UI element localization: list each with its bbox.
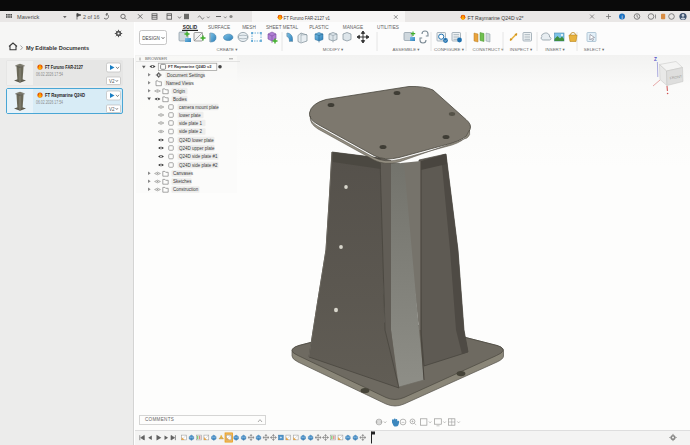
svg-text:camera mount plate: camera mount plate [179,105,219,110]
svg-text:V2: V2 [109,107,115,112]
svg-text:2 of 16: 2 of 16 [83,14,100,20]
svg-text:Construction: Construction [173,187,199,192]
svg-text:FT Raymarine Q24D v2*: FT Raymarine Q24D v2* [468,15,525,21]
svg-text:V2: V2 [109,79,115,84]
svg-text:FT Furuno FAR-2127: FT Furuno FAR-2127 [45,64,83,70]
svg-text:FT Raymarine Q24D: FT Raymarine Q24D [45,92,85,98]
svg-text:Bodies: Bodies [173,97,188,102]
svg-text:Maverick: Maverick [17,14,40,20]
svg-text:BROWSER: BROWSER [145,56,167,61]
svg-text:side plate 2: side plate 2 [179,129,203,134]
svg-text:06.02.2026 17:54: 06.02.2026 17:54 [36,100,63,105]
svg-text:FT Furuno FAR-2127 v1: FT Furuno FAR-2127 v1 [284,15,331,21]
svg-text:Z: Z [654,57,657,62]
svg-text:Q24D side plate #1: Q24D side plate #1 [179,154,218,159]
svg-text:My Editable Documents: My Editable Documents [26,45,89,51]
svg-text:Document Settings: Document Settings [167,73,206,78]
svg-text:FT Raymarine Q24D v2: FT Raymarine Q24D v2 [168,64,212,69]
svg-text:Sketches: Sketches [173,179,192,184]
svg-text:Named Views: Named Views [166,81,194,86]
svg-text:i: i [621,14,622,20]
svg-text:Origin: Origin [173,89,186,94]
svg-text:side plate 1: side plate 1 [179,121,203,126]
svg-text:Q24D side plate #2: Q24D side plate #2 [179,163,218,168]
svg-text:06.02.2026 17:54: 06.02.2026 17:54 [36,72,63,77]
svg-text:Q24D upper plate: Q24D upper plate [179,146,215,151]
svg-text:Canvases: Canvases [173,171,194,176]
svg-text:Q24D lower plate: Q24D lower plate [179,138,214,143]
svg-text:lower plate: lower plate [179,113,201,118]
